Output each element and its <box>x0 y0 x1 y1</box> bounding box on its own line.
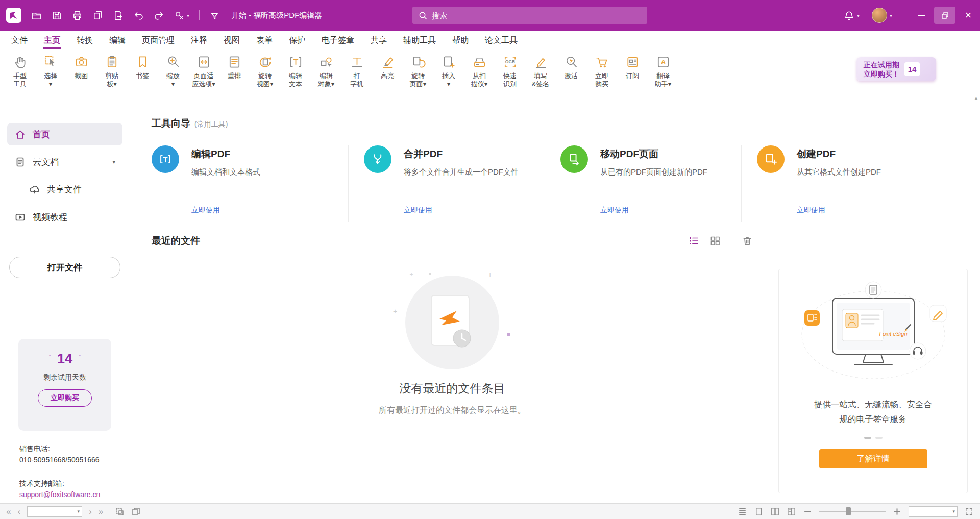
undo-icon[interactable] <box>133 10 144 21</box>
search-box[interactable] <box>412 7 647 24</box>
restore-button[interactable] <box>933 0 957 31</box>
menu-item-edit[interactable]: 编辑 <box>101 31 134 50</box>
svg-text:OCR: OCR <box>505 59 515 64</box>
single-page-icon[interactable] <box>754 507 764 516</box>
zoom-level-input[interactable] <box>911 508 951 515</box>
hand-tool-icon <box>12 54 28 70</box>
snapshot-tool-icon[interactable] <box>115 507 125 516</box>
menu-item-file[interactable]: 文件 <box>3 31 36 50</box>
ribbon-tool-translate[interactable]: A 翻译 助手▾ <box>650 54 676 88</box>
foxit-logo[interactable] <box>6 8 21 23</box>
scrollbar-up-arrow[interactable]: ▲ <box>974 95 978 101</box>
activate-icon <box>564 54 579 70</box>
card-create-pdf[interactable]: 创建PDF 从其它格式文件创建PDF 立即使用 <box>741 145 938 222</box>
ribbon-tool-scanner[interactable]: 从扫 描仪▾ <box>467 54 492 88</box>
first-page-button[interactable]: « <box>6 507 11 516</box>
card-merge-pdf[interactable]: 合并PDF 将多个文件合并生成一个PDF文件 立即使用 <box>348 145 545 222</box>
tools-guide-subtitle: (常用工具) <box>194 120 228 129</box>
ribbon-tool-edit-text[interactable]: 编辑 文本 <box>283 54 308 88</box>
open-file-icon[interactable] <box>31 10 42 21</box>
sparkle-plus: + <box>393 307 397 315</box>
trash-icon[interactable] <box>742 235 753 246</box>
sidebar-item-home[interactable]: 首页 <box>7 123 122 145</box>
notifications-menu[interactable]: ▾ <box>844 10 860 21</box>
print-icon[interactable] <box>72 10 83 21</box>
sidebar-item-cloud-docs[interactable]: 云文档 ▾ <box>7 151 122 173</box>
ribbon-tool-bookmark[interactable]: 书签 <box>130 54 155 88</box>
caret-down-icon[interactable]: ▾ <box>112 159 115 165</box>
menu-item-help[interactable]: 帮助 <box>444 31 477 50</box>
facing-continuous-icon[interactable] <box>787 507 796 516</box>
ribbon-tool-select[interactable]: 选择 ▾ <box>38 54 63 88</box>
trial-banner[interactable]: 正在试用期 立即购买！ 14 <box>856 57 936 81</box>
menu-item-protect[interactable]: 保护 <box>281 31 313 50</box>
quick-access-toolbar: ▾ <box>0 8 220 23</box>
use-now-link[interactable]: 立即使用 <box>404 206 519 215</box>
learn-more-button[interactable]: 了解详情 <box>819 449 927 468</box>
zoom-out-button[interactable] <box>803 507 813 516</box>
menu-item-view[interactable]: 视图 <box>215 31 248 50</box>
ribbon-tool-insert[interactable]: 插入 ▾ <box>436 54 461 88</box>
menu-item-convert[interactable]: 转换 <box>68 31 101 50</box>
zoom-slider-thumb[interactable] <box>846 507 851 515</box>
ribbon-tool-highlight[interactable]: 高亮 <box>375 54 400 88</box>
ribbon-tool-ocr[interactable]: OCR 快速 识别 <box>497 54 523 88</box>
ribbon-tool-activate[interactable]: 激活 <box>558 54 584 88</box>
menu-item-comment[interactable]: 注释 <box>183 31 215 50</box>
menu-item-accessibility[interactable]: 辅助工具 <box>395 31 444 50</box>
clipboard-copy-icon[interactable] <box>131 507 141 516</box>
use-now-link[interactable]: 立即使用 <box>600 206 707 215</box>
list-view-icon[interactable] <box>688 235 699 246</box>
ribbon-tool-typewriter[interactable]: 打 字机 <box>344 54 370 88</box>
ribbon-tool-snapshot[interactable]: 截图 <box>68 54 94 88</box>
ribbon-tool-rotate-pages[interactable]: 旋转 页面▾ <box>405 54 431 88</box>
carousel-dot[interactable] <box>875 437 883 439</box>
protect-menu[interactable]: ▾ <box>174 10 189 21</box>
save-icon[interactable] <box>52 10 62 21</box>
ribbon-tool-edit-object[interactable]: 编辑 对象▾ <box>313 54 339 88</box>
grid-view-icon[interactable] <box>709 235 721 246</box>
save-as-icon[interactable] <box>92 10 103 21</box>
minimize-button[interactable] <box>910 0 933 31</box>
merge-pdf-icon <box>364 145 391 173</box>
menu-item-page-management[interactable]: 页面管理 <box>134 31 183 50</box>
sidebar-item-shared-files[interactable]: 共享文件 <box>7 178 122 201</box>
carousel-dot-active[interactable] <box>864 437 871 439</box>
card-move-pdf-pages[interactable]: 移动PDF页面 从已有的PDF页面创建新的PDF 立即使用 <box>545 145 741 222</box>
ribbon-tool-subscribe[interactable]: 订阅 <box>620 54 645 88</box>
support-email-link[interactable]: support@foxitsoftware.cn <box>19 489 100 500</box>
account-menu[interactable]: ▾ <box>872 8 892 23</box>
trial-days-count: 14 <box>57 351 72 367</box>
use-now-link[interactable]: 立即使用 <box>191 206 260 215</box>
ribbon-tool-clipboard[interactable]: 剪贴 板▾ <box>99 54 125 88</box>
sidebar-item-video-tutorials[interactable]: 视频教程 <box>7 206 122 228</box>
redo-icon[interactable] <box>154 10 164 21</box>
open-file-button[interactable]: 打开文件 <box>9 257 120 278</box>
menu-item-paper-tools[interactable]: 论文工具 <box>477 31 526 50</box>
ribbon-tool-page-fit[interactable]: 页面适 应选项▾ <box>191 54 216 88</box>
ribbon-tool-fill-sign[interactable]: 填写 &签名 <box>528 54 553 88</box>
menu-item-share[interactable]: 共享 <box>362 31 395 50</box>
zoom-in-button[interactable] <box>892 507 902 516</box>
ribbon-tool-hand[interactable]: 手型 工具 <box>7 54 33 88</box>
sparkle-star: ✦ <box>409 271 413 277</box>
close-button[interactable]: × <box>957 0 980 31</box>
card-edit-pdf[interactable]: 编辑PDF 编辑文档和文本格式 立即使用 <box>152 145 348 222</box>
ribbon-tool-zoom[interactable]: 缩放 ▾ <box>160 54 186 88</box>
continuous-scroll-icon[interactable] <box>738 507 747 516</box>
zoom-slider[interactable] <box>819 511 886 512</box>
menu-item-esign[interactable]: 电子签章 <box>313 31 362 50</box>
buy-now-button[interactable]: 立即购买 <box>38 389 92 407</box>
search-input[interactable] <box>432 11 641 20</box>
menu-item-home[interactable]: 主页 <box>36 31 68 50</box>
caret-down-icon[interactable]: ▾ <box>951 509 955 514</box>
ribbon-tool-buy[interactable]: 立即 购买 <box>589 54 615 88</box>
ribbon-tool-reflow[interactable]: 重排 <box>222 54 247 88</box>
menu-item-form[interactable]: 表单 <box>248 31 281 50</box>
export-icon[interactable] <box>113 10 124 21</box>
facing-pages-icon[interactable] <box>770 507 780 516</box>
use-now-link[interactable]: 立即使用 <box>797 206 881 215</box>
fullscreen-icon[interactable] <box>964 507 974 516</box>
customize-toolbar-icon[interactable] <box>209 10 220 21</box>
ribbon-tool-rotate-view[interactable]: 旋转 视图▾ <box>252 54 278 88</box>
